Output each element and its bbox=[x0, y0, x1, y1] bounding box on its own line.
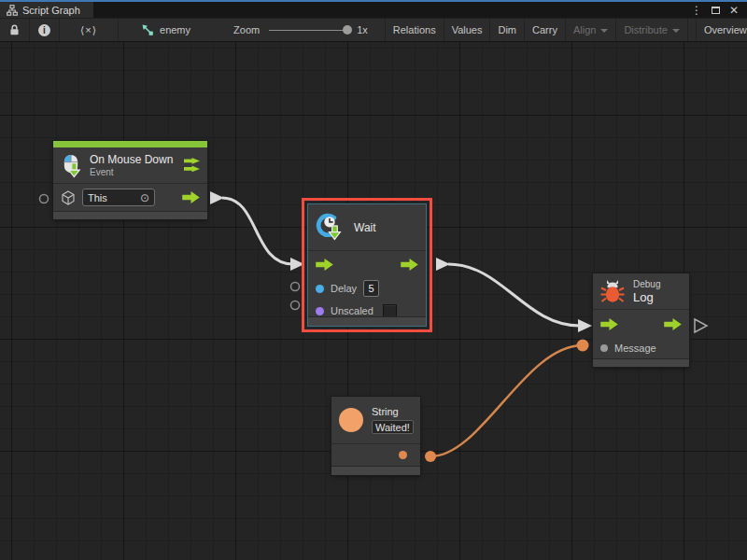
flow-input-port[interactable] bbox=[316, 259, 333, 271]
node-header: Wait bbox=[308, 204, 426, 250]
node-header: On Mouse Down Event bbox=[53, 147, 207, 183]
script-graph-window: Script Graph ⋮ ✕ i ⟨×⟩ enemy bbox=[0, 0, 747, 560]
target-port-row: This ⊙ bbox=[53, 184, 207, 211]
window-close-icon[interactable]: ✕ bbox=[726, 3, 741, 17]
node-string[interactable]: String Waited! bbox=[331, 397, 420, 475]
window-controls: ⋮ ✕ bbox=[689, 2, 747, 18]
graph-name: enemy bbox=[160, 24, 190, 35]
graph-canvas[interactable]: On Mouse Down Event This bbox=[0, 42, 747, 560]
delay-port-row: Delay 5 bbox=[308, 277, 426, 300]
dropdown-caret-icon bbox=[600, 29, 608, 33]
graph-icon bbox=[141, 23, 154, 36]
toolbar: i ⟨×⟩ enemy Zoom 1x Relations Values Dim… bbox=[0, 18, 747, 42]
zoom-level: 1x bbox=[357, 24, 368, 35]
flow-output-port[interactable] bbox=[182, 191, 200, 203]
zoom-label: Zoom bbox=[233, 24, 260, 35]
wire-arrowhead bbox=[578, 319, 592, 332]
node-header: String Waited! bbox=[331, 397, 420, 443]
toolbar-button-overview[interactable]: Overview bbox=[696, 19, 747, 41]
toolbar-button-carry[interactable]: Carry bbox=[525, 19, 566, 41]
target-field-value: This bbox=[88, 192, 107, 203]
selection-outline: Wait Delay 5 Unscaled bbox=[302, 198, 432, 332]
toolbar-button-distribute[interactable]: Distribute bbox=[616, 19, 687, 41]
flow-port-row bbox=[593, 310, 689, 338]
node-subtitle: Event bbox=[90, 167, 173, 177]
zoom-slider-handle[interactable] bbox=[343, 25, 352, 35]
node-footer bbox=[53, 211, 207, 219]
wait-clock-icon bbox=[316, 213, 345, 242]
delay-value-field[interactable]: 5 bbox=[363, 280, 379, 297]
unconnected-port-circle[interactable] bbox=[40, 195, 49, 203]
window-menu-icon[interactable]: ⋮ bbox=[689, 3, 704, 17]
button-label: Overview bbox=[704, 24, 747, 35]
button-label: Carry bbox=[532, 24, 557, 35]
object-picker-icon[interactable]: ⊙ bbox=[140, 191, 149, 204]
wire-arrowhead bbox=[210, 191, 224, 204]
debug-bug-icon bbox=[600, 279, 625, 303]
event-accent-bar bbox=[53, 141, 207, 147]
toolbar-button-relations[interactable]: Relations bbox=[385, 19, 444, 41]
bool-port-dot[interactable] bbox=[316, 307, 324, 315]
float-port-dot[interactable] bbox=[316, 285, 324, 293]
toolbar-button-dim[interactable]: Dim bbox=[490, 19, 525, 41]
inspect-button[interactable]: i bbox=[30, 19, 60, 41]
node-on-mouse-down[interactable]: On Mouse Down Event This bbox=[53, 141, 207, 219]
tab-script-graph[interactable]: Script Graph bbox=[0, 2, 93, 18]
output-port-row bbox=[331, 444, 420, 466]
node-footer bbox=[308, 316, 426, 326]
message-label: Message bbox=[614, 343, 656, 354]
window-maximize-icon[interactable] bbox=[708, 3, 723, 17]
string-output-port-dot[interactable] bbox=[399, 451, 407, 459]
node-debug-log[interactable]: Debug Log Message bbox=[593, 273, 689, 367]
button-label: Relations bbox=[393, 24, 436, 35]
unscaled-label: Unscaled bbox=[331, 305, 374, 316]
node-footer bbox=[593, 358, 689, 367]
graph-reference[interactable]: enemy bbox=[134, 19, 198, 41]
flow-input-port[interactable] bbox=[600, 318, 618, 330]
string-value-field[interactable]: Waited! bbox=[372, 420, 414, 434]
flow-output-port[interactable] bbox=[401, 259, 418, 271]
tab-bar: Script Graph ⋮ ✕ bbox=[0, 2, 747, 18]
toolbar-button-align[interactable]: Align bbox=[566, 19, 616, 41]
flow-port-row bbox=[308, 251, 426, 277]
wire-arrowhead bbox=[436, 258, 450, 271]
wire-wait-to-log bbox=[448, 264, 580, 326]
node-title: Log bbox=[633, 290, 660, 304]
target-object-field[interactable]: This ⊙ bbox=[82, 189, 155, 206]
zoom-slider[interactable] bbox=[269, 30, 347, 31]
button-label: Align bbox=[573, 24, 596, 35]
lock-button[interactable] bbox=[0, 19, 30, 41]
string-value: Waited! bbox=[375, 422, 410, 433]
message-port-row: Message bbox=[593, 338, 689, 358]
node-header: Debug Log bbox=[593, 273, 689, 309]
button-label: Values bbox=[452, 24, 483, 35]
unscaled-port-circle[interactable] bbox=[291, 301, 300, 310]
flow-output-port[interactable] bbox=[664, 318, 682, 330]
wire-endpoint-dot bbox=[425, 451, 436, 462]
node-footer bbox=[331, 466, 420, 475]
node-category: Debug bbox=[633, 279, 660, 289]
delay-port-circle[interactable] bbox=[291, 283, 300, 291]
node-title: String bbox=[372, 406, 414, 417]
toolbar-button-values[interactable]: Values bbox=[444, 19, 491, 41]
delay-label: Delay bbox=[331, 283, 357, 294]
tab-title: Script Graph bbox=[22, 5, 80, 16]
wire-endpoint-dot bbox=[577, 340, 589, 352]
string-literal-icon bbox=[339, 408, 363, 432]
info-icon: i bbox=[38, 24, 50, 36]
wire-string-to-message bbox=[430, 345, 583, 456]
gameobject-cube-icon bbox=[61, 190, 76, 205]
unconnected-flow-triangle[interactable] bbox=[695, 319, 707, 332]
node-title: On Mouse Down bbox=[90, 153, 173, 166]
message-port-dot[interactable] bbox=[600, 344, 608, 352]
node-title: Wait bbox=[354, 221, 376, 234]
node-wait[interactable]: Wait Delay 5 Unscaled bbox=[307, 203, 427, 327]
event-trigger-icon[interactable] bbox=[184, 158, 200, 173]
wire-mousedown-to-wait bbox=[222, 198, 293, 264]
zoom-control: Zoom 1x bbox=[226, 19, 375, 41]
edit-source-button[interactable]: ⟨×⟩ bbox=[60, 19, 119, 41]
dropdown-caret-icon bbox=[672, 29, 680, 33]
code-icon: ⟨×⟩ bbox=[80, 24, 97, 36]
button-label: Dim bbox=[498, 24, 516, 35]
lock-icon bbox=[8, 23, 21, 36]
